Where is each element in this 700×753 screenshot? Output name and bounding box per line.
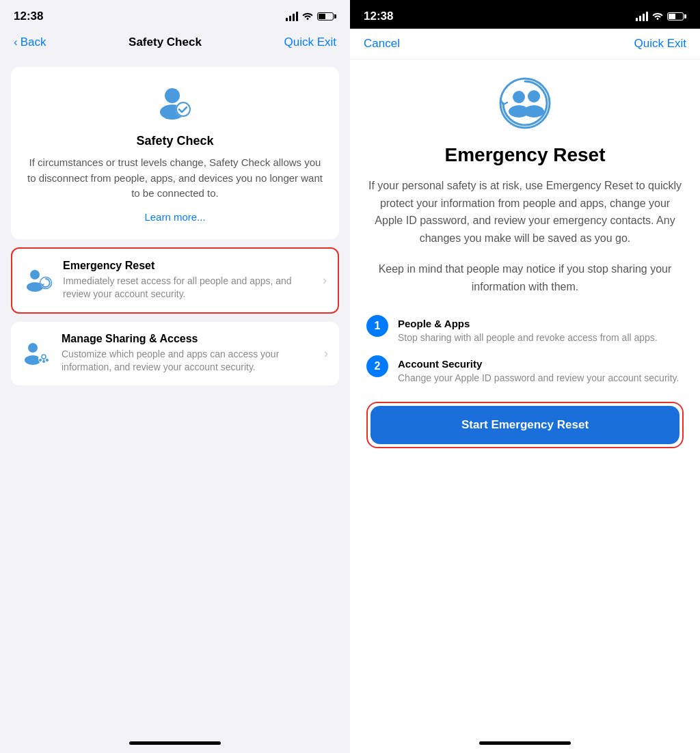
back-label: Back <box>21 36 46 49</box>
right-nav-bar: Cancel Quick Exit <box>350 29 700 59</box>
svg-point-0 <box>165 88 180 103</box>
safety-check-title: Safety Check <box>136 134 213 148</box>
back-button[interactable]: ‹ Back <box>14 36 46 49</box>
step-1-text: People & Apps Stop sharing with all peop… <box>398 315 684 345</box>
svg-point-4 <box>30 270 40 279</box>
left-home-indicator <box>129 741 221 745</box>
emergency-reset-description: Immediately reset access for all people … <box>63 275 310 301</box>
step-2: 2 Account Security Change your Apple ID … <box>366 355 684 385</box>
right-battery-icon <box>667 12 686 20</box>
safety-check-icon <box>154 83 196 124</box>
right-quick-exit-button[interactable]: Quick Exit <box>634 37 686 51</box>
left-status-bar: 12:38 <box>0 0 350 29</box>
emergency-reset-text: Emergency Reset Immediately reset access… <box>63 260 310 301</box>
right-time: 12:38 <box>364 10 393 23</box>
start-emergency-reset-button[interactable]: Start Emergency Reset <box>371 406 679 444</box>
emergency-reset-main-description: If your personal safety is at risk, use … <box>366 177 684 247</box>
battery-icon <box>317 12 336 20</box>
left-content: Safety Check If circumstances or trust l… <box>0 56 350 741</box>
svg-point-18 <box>500 79 550 128</box>
left-status-icons <box>286 11 336 22</box>
step-1-description: Stop sharing with all people and revoke … <box>398 331 684 345</box>
manage-sharing-option[interactable]: Manage Sharing & Access Customize which … <box>11 322 339 385</box>
manage-sharing-description: Customize which people and apps can acce… <box>62 348 312 374</box>
manage-sharing-title: Manage Sharing & Access <box>62 333 312 345</box>
step-2-title: Account Security <box>398 358 684 370</box>
safety-check-card: Safety Check If circumstances or trust l… <box>11 67 339 239</box>
wifi-icon <box>302 11 313 22</box>
step-2-description: Change your Apple ID password and review… <box>398 372 684 385</box>
step-2-text: Account Security Change your Apple ID pa… <box>398 355 684 385</box>
step-1: 1 People & Apps Stop sharing with all pe… <box>366 315 684 345</box>
emergency-reset-main-title: Emergency Reset <box>444 144 605 166</box>
manage-sharing-chevron: › <box>324 346 328 361</box>
page-title: Safety Check <box>129 36 202 49</box>
step-1-number: 1 <box>366 315 388 337</box>
safety-check-description: If circumstances or trust levels change,… <box>25 155 325 202</box>
emergency-reset-chevron: › <box>323 273 327 288</box>
manage-sharing-icon <box>22 338 52 368</box>
emergency-reset-main-icon <box>498 76 552 131</box>
emergency-reset-title: Emergency Reset <box>63 260 310 272</box>
svg-point-8 <box>28 343 38 353</box>
right-signal-icon <box>636 12 648 21</box>
start-emergency-reset-container: Start Emergency Reset <box>366 402 684 448</box>
left-time: 12:38 <box>14 10 43 23</box>
manage-sharing-text: Manage Sharing & Access Customize which … <box>62 333 312 374</box>
svg-point-22 <box>524 105 544 118</box>
svg-point-13 <box>42 360 45 363</box>
left-nav-bar: ‹ Back Safety Check Quick Exit <box>0 29 350 56</box>
right-status-icons <box>636 11 686 22</box>
right-status-bar: 12:38 <box>350 0 700 29</box>
step-1-title: People & Apps <box>398 318 684 329</box>
emergency-reset-notice: Keep in mind that people may notice if y… <box>366 260 684 295</box>
right-content: Emergency Reset If your personal safety … <box>350 59 700 736</box>
signal-icon <box>286 12 298 21</box>
left-panel: 12:38 ‹ Back Safety Check <box>0 0 350 753</box>
step-2-number: 2 <box>366 355 388 377</box>
emergency-reset-icon <box>23 265 53 295</box>
right-panel: 12:38 Cancel Quick Exit <box>350 0 700 753</box>
svg-point-19 <box>513 91 525 103</box>
svg-point-21 <box>528 90 540 102</box>
chevron-left-icon: ‹ <box>14 36 18 49</box>
cancel-button[interactable]: Cancel <box>364 37 400 51</box>
right-home-indicator <box>479 741 571 745</box>
steps-container: 1 People & Apps Stop sharing with all pe… <box>366 315 684 385</box>
quick-exit-button[interactable]: Quick Exit <box>284 36 336 49</box>
right-wifi-icon <box>652 11 663 22</box>
emergency-reset-option[interactable]: Emergency Reset Immediately reset access… <box>11 247 339 314</box>
learn-more-link[interactable]: Learn more... <box>144 211 205 223</box>
